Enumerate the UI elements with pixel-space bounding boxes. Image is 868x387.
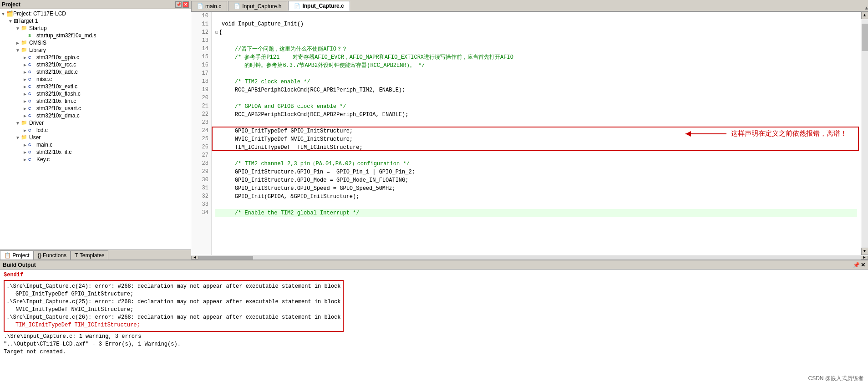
expand-icon: ▼ xyxy=(15,121,21,126)
tab-main-c[interactable]: 📄 main.c xyxy=(191,1,227,11)
tab-input-capture-c[interactable]: 📄 Input_Capture.c xyxy=(288,1,350,11)
tree-item-label: stm32f10x_tim.c xyxy=(36,98,76,104)
error-line-25: .\Sre\Input_Capture.c(25): error: #268: … xyxy=(6,298,341,306)
file-c-icon: c xyxy=(28,83,36,90)
collapse-icon[interactable]: ⊟ xyxy=(215,30,218,35)
tree-item-label: main.c xyxy=(36,142,52,148)
expand-icon: ► xyxy=(22,143,28,148)
tree-item-p10[interactable]: ►cmisc.c xyxy=(0,76,191,83)
tree-item-p7[interactable]: ►cstm32f10x_gpio.c xyxy=(0,54,191,61)
folder-icon: 📁 xyxy=(21,40,28,46)
line-number-22: 22 xyxy=(194,110,208,118)
scroll-thumb[interactable] xyxy=(862,24,868,51)
line-number-34: 34 xyxy=(194,209,208,217)
scroll-left-button[interactable]: ◄ xyxy=(191,256,198,260)
maximize-button[interactable]: ▲ xyxy=(865,5,868,11)
tree-item-p21[interactable]: ►cKey.c xyxy=(0,156,191,163)
project-tab-icon: 📋 xyxy=(4,252,11,259)
panel-close-button[interactable]: ✕ xyxy=(183,1,189,8)
tree-item-label: Library xyxy=(29,47,46,53)
tree-item-p8[interactable]: ►cstm32f10x_rcc.c xyxy=(0,61,191,68)
tree-item-p11[interactable]: ►cstm32f10x_exti.c xyxy=(0,83,191,90)
tree-item-p1[interactable]: ▼🗂️ Project: CT117E-LCD xyxy=(0,10,191,17)
file-c-icon: c xyxy=(28,105,36,112)
tree-item-p14[interactable]: ►cstm32f10x_usart.c xyxy=(0,105,191,112)
line-numbers: 1011121314151617181920212223242526272829… xyxy=(191,12,212,255)
tree-item-p20[interactable]: ►cstm32f10x_it.c xyxy=(0,148,191,156)
file-c-icon: c xyxy=(28,69,36,75)
code-line-13 xyxy=(215,37,857,45)
file-s-icon: s xyxy=(28,32,36,39)
line-number-29: 29 xyxy=(194,168,208,176)
scroll-down-button[interactable]: ▼ xyxy=(861,248,868,255)
code-line-26: TIM_ICInitTypeDef TIM_ICInitStructure; xyxy=(215,143,857,152)
tree-item-p6[interactable]: ▼📁Library xyxy=(0,46,191,54)
tree-item-p18[interactable]: ▼📁User xyxy=(0,134,191,141)
scrollbar-track xyxy=(198,256,861,260)
code-content[interactable]: void Input_Capture_Init()⊟{ //留下一个问题，这里为… xyxy=(212,12,861,255)
file-c-icon: c xyxy=(28,112,36,119)
code-editor: 1011121314151617181920212223242526272829… xyxy=(191,12,868,260)
expand-icon: ▼ xyxy=(7,19,14,24)
tree-item-p5[interactable]: ►📁CMSIS xyxy=(0,39,191,46)
line-number-33: 33 xyxy=(194,200,208,209)
tab-templates[interactable]: T Templates xyxy=(71,250,108,260)
line-number-24: 24 xyxy=(194,127,208,135)
expand-icon: ► xyxy=(22,99,28,104)
expand-icon: ► xyxy=(22,113,28,118)
tree-item-p2[interactable]: ▼⊞ Target 1 xyxy=(0,17,191,25)
code-line-14: //留下一个问题，这里为什么不使能AFIO？？ xyxy=(215,45,857,53)
tree-item-p12[interactable]: ►cstm32f10x_flash.c xyxy=(0,90,191,97)
tree-item-label: stm32f10x_dma.c xyxy=(36,112,80,119)
code-line-24: GPIO_InitTypeDef GPIO_InitStructure; xyxy=(215,127,857,135)
line-number-16: 16 xyxy=(194,61,208,69)
code-line-28: /* TIM2 channel 2,3 pin（PA.01,PA.02）conf… xyxy=(215,160,857,168)
scrollbar-thumb[interactable] xyxy=(198,256,253,260)
file-c-icon: c xyxy=(28,127,36,133)
line-number-18: 18 xyxy=(194,77,208,86)
build-close-icon[interactable]: ✕ xyxy=(861,262,865,268)
tab-functions[interactable]: {} Functions xyxy=(34,250,71,260)
folder-icon: 📁 xyxy=(21,47,28,53)
tree-item-p4[interactable]: sstartup_stm32f10x_md.s xyxy=(0,32,191,39)
tree-item-p17[interactable]: ►clcd.c xyxy=(0,127,191,134)
scroll-right-button[interactable]: ► xyxy=(861,256,868,260)
tree-item-label: stm32f10x_gpio.c xyxy=(36,54,79,61)
expand-icon: ► xyxy=(22,128,28,133)
tree-item-label: stm32f10x_rcc.c xyxy=(36,61,76,68)
project-panel: Project 📌 ✕ ▼🗂️ Project: CT117E-LCD▼⊞ Ta… xyxy=(0,0,191,260)
tree-item-label: stm32f10x_flash.c xyxy=(36,91,81,97)
tree-item-p9[interactable]: ►cstm32f10x_adc.c xyxy=(0,68,191,76)
expand-icon: ► xyxy=(22,55,28,60)
panel-header-buttons: 📌 ✕ xyxy=(175,1,189,8)
build-output-title: Build Output xyxy=(3,262,36,268)
expand-icon: ▼ xyxy=(15,135,21,140)
build-pin-icon[interactable]: 📌 xyxy=(853,262,860,268)
line-number-11: 11 xyxy=(194,20,208,28)
tree-item-p16[interactable]: ▼📁Driver xyxy=(0,119,191,127)
tab-project[interactable]: 📋 Project xyxy=(0,250,34,260)
tree-item-p19[interactable]: ►cmain.c xyxy=(0,141,191,148)
tree-item-label: User xyxy=(29,134,41,141)
tree-item-p13[interactable]: ►cstm32f10x_tim.c xyxy=(0,97,191,105)
code-line-12: ⊟{ xyxy=(215,28,857,37)
horizontal-scrollbar[interactable]: ◄ ► xyxy=(191,255,868,260)
error-line-26: .\Sre\Input_Capture.c(26): error: #268: … xyxy=(6,314,341,321)
tree-item-p15[interactable]: ►cstm32f10x_dma.c xyxy=(0,112,191,119)
vertical-scrollbar[interactable]: ▲ ▼ xyxy=(861,12,868,255)
error-box: .\Sre\Input_Capture.c(24): error: #268: … xyxy=(4,280,344,332)
main-c-label: main.c xyxy=(205,3,221,10)
line-number-25: 25 xyxy=(194,135,208,143)
code-line-29: GPIO_InitStructure.GPIO_Pin = GPIO_Pin_1… xyxy=(215,168,857,176)
code-area: 1011121314151617181920212223242526272829… xyxy=(191,12,861,255)
tree-item-p3[interactable]: ▼📁Startup xyxy=(0,25,191,32)
scroll-up-button[interactable]: ▲ xyxy=(861,12,868,19)
code-line-10 xyxy=(215,12,857,20)
error-detail-25: NVIC_InitTypeDef NVIC_InitStructure; xyxy=(15,306,341,314)
file-c-icon: c xyxy=(28,142,36,148)
tab-input-capture-h[interactable]: 📄 Input_Capture.h xyxy=(228,1,287,11)
code-line-33 xyxy=(215,201,857,209)
panel-pin-button[interactable]: 📌 xyxy=(175,1,182,8)
file-c-icon: c xyxy=(28,98,36,104)
code-line-30: GPIO_InitStructure.GPIO_Mode = GPIO_Mode… xyxy=(215,176,857,184)
